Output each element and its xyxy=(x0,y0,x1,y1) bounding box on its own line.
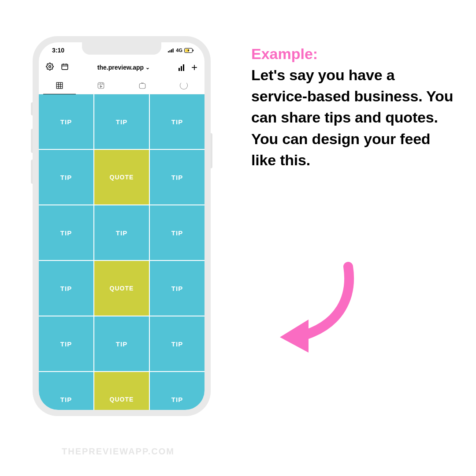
arrow-icon xyxy=(264,256,366,359)
tab-stories[interactable] xyxy=(163,77,205,94)
phone-side-button xyxy=(31,129,33,153)
feed-grid[interactable]: TIP TIP TIP TIP QUOTE TIP TIP TIP TIP TI… xyxy=(39,94,205,410)
feed-tile[interactable]: TIP xyxy=(39,261,93,316)
account-switcher[interactable]: the.preview.app ⌄ xyxy=(97,64,150,71)
svg-rect-3 xyxy=(173,48,174,52)
svg-rect-12 xyxy=(56,82,63,89)
feed-tile[interactable]: TIP xyxy=(150,205,205,260)
phone-screen: 3:10 4G xyxy=(39,42,205,410)
add-button[interactable]: + xyxy=(191,62,197,73)
tab-reels[interactable] xyxy=(80,77,122,94)
watermark: THEPREVIEWAPP.COM xyxy=(62,446,175,457)
gear-icon[interactable] xyxy=(46,63,54,72)
feed-tile[interactable]: TIP xyxy=(150,94,205,149)
tile-label: TIP xyxy=(60,396,72,403)
tile-label: TIP xyxy=(171,285,183,292)
calendar-icon[interactable] xyxy=(61,63,69,72)
feed-tile[interactable]: TIP xyxy=(39,150,93,205)
feed-tile[interactable]: TIP xyxy=(39,205,93,260)
tile-label: TIP xyxy=(171,229,183,237)
phone-notch xyxy=(82,42,161,55)
feed-tile[interactable]: TIP xyxy=(39,316,93,371)
svg-point-7 xyxy=(49,66,51,68)
spinner-icon xyxy=(180,82,188,89)
feed-tile[interactable]: QUOTE xyxy=(94,261,149,316)
example-body: Let's say you have a service-based busin… xyxy=(251,64,454,171)
tile-label: TIP xyxy=(116,118,127,126)
tile-label: QUOTE xyxy=(110,285,134,292)
tile-label: TIP xyxy=(171,396,183,403)
feed-tile[interactable]: TIP xyxy=(94,205,149,260)
app-toolbar: the.preview.app ⌄ + xyxy=(39,58,205,77)
example-heading: Example: xyxy=(251,45,318,62)
feed-tile[interactable]: TIP xyxy=(150,150,205,205)
tile-label: TIP xyxy=(60,340,72,348)
view-tabs xyxy=(39,77,205,94)
tile-label: TIP xyxy=(60,285,72,292)
svg-rect-8 xyxy=(62,64,68,70)
svg-rect-2 xyxy=(171,49,172,52)
svg-rect-17 xyxy=(98,82,104,89)
analytics-icon[interactable] xyxy=(178,64,184,71)
phone-side-button xyxy=(31,102,33,115)
feed-tile[interactable]: TIP xyxy=(94,316,149,371)
network-label: 4G xyxy=(176,48,182,53)
chevron-down-icon: ⌄ xyxy=(145,64,150,71)
account-name: the.preview.app xyxy=(97,64,144,71)
feed-tile[interactable]: TIP xyxy=(150,372,205,410)
feed-tile[interactable]: TIP xyxy=(39,94,93,149)
tile-label: QUOTE xyxy=(110,174,134,181)
tile-label: TIP xyxy=(60,174,72,181)
feed-tile[interactable]: TIP xyxy=(94,94,149,149)
feed-tile[interactable]: QUOTE xyxy=(94,372,149,410)
tile-label: TIP xyxy=(171,118,183,126)
feed-tile[interactable]: TIP xyxy=(150,316,205,371)
status-time: 3:10 xyxy=(52,47,64,54)
svg-rect-21 xyxy=(139,83,145,88)
feed-tile[interactable]: QUOTE xyxy=(94,150,149,205)
svg-rect-1 xyxy=(170,50,171,52)
tile-label: TIP xyxy=(60,229,72,237)
tile-label: QUOTE xyxy=(110,396,134,403)
tile-label: TIP xyxy=(60,118,72,126)
signal-icon xyxy=(168,48,174,52)
tile-label: TIP xyxy=(171,340,183,348)
feed-tile[interactable]: TIP xyxy=(39,372,93,410)
phone-side-button xyxy=(211,133,212,168)
tile-label: TIP xyxy=(171,174,183,181)
battery-icon xyxy=(184,48,194,53)
svg-rect-6 xyxy=(193,49,194,51)
tab-grid[interactable] xyxy=(39,77,80,94)
feed-tile[interactable]: TIP xyxy=(150,261,205,316)
svg-rect-0 xyxy=(168,51,169,52)
tile-label: TIP xyxy=(116,229,127,237)
tab-igtv[interactable] xyxy=(122,77,163,94)
phone-side-button xyxy=(31,160,33,184)
phone-frame: 3:10 4G xyxy=(33,36,211,416)
tile-label: TIP xyxy=(116,340,127,348)
